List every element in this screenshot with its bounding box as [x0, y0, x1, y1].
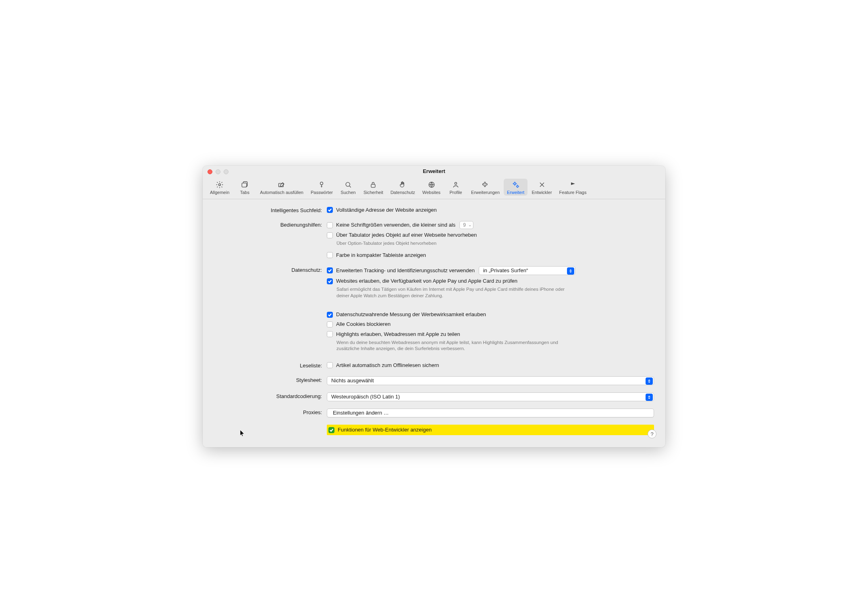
tab-flags[interactable]: Feature Flags: [556, 179, 590, 196]
zoom-icon[interactable]: [224, 169, 228, 174]
hint-tab-highlight: Über Option-Tabulator jedes Objekt hervo…: [327, 240, 577, 247]
check-icon: [327, 321, 333, 327]
checkbox-compact-color[interactable]: Farbe in kompakter Tableiste anzeigen: [327, 252, 654, 259]
help-label: ?: [650, 431, 653, 437]
tab-label: Automatisch ausfüllen: [260, 190, 303, 195]
check-icon: [327, 278, 333, 284]
hint-highlights: Wenn du deine besuchten Webadressen anon…: [327, 340, 577, 352]
content-area: Intelligentes Suchfeld: Vollständige Adr…: [203, 199, 665, 447]
svg-point-4: [346, 182, 350, 186]
font-size-value: 9: [463, 222, 466, 229]
checkbox-highlights[interactable]: Highlights erlauben, Webadressen mit App…: [327, 331, 654, 338]
checkbox-show-full-address[interactable]: Vollständige Adresse der Website anzeige…: [327, 206, 654, 214]
tab-label: Datenschutz: [390, 190, 415, 195]
tab-label: Sicherheit: [363, 190, 383, 195]
check-icon: [328, 427, 334, 433]
tools-icon: [538, 180, 546, 189]
checkbox-no-small-fonts[interactable]: Keine Schriftgrößen verwenden, die klein…: [327, 221, 455, 229]
window-title: Erweitert: [423, 168, 445, 174]
gears-icon: [511, 180, 520, 189]
chevron-down-icon: ⌄: [468, 222, 471, 228]
tab-passwords[interactable]: Passwörter: [307, 179, 336, 196]
checkbox-tab-highlight[interactable]: Über Tabulator jedes Objekt auf einer We…: [327, 231, 654, 239]
tab-label: Allgemein: [210, 190, 229, 195]
check-icon: [327, 331, 333, 337]
section-label-stylesheet: Stylesheet:: [214, 376, 327, 383]
tab-label: Erweiterungen: [471, 190, 500, 195]
tab-label: Tabs: [240, 190, 249, 195]
popup-value: Nichts ausgewählt: [331, 377, 374, 384]
tab-label: Erweitert: [507, 190, 524, 195]
person-icon: [451, 180, 460, 189]
checkbox-ad-measurement[interactable]: Datenschutzwahrende Messung der Werbewir…: [327, 311, 654, 318]
check-icon: [327, 222, 333, 228]
font-size-stepper[interactable]: 9 ⌄: [459, 221, 473, 229]
section-label-privacy: Datenschutz:: [214, 266, 327, 273]
dev-features-highlight: Funktionen für Web-Entwickler anzeigen: [327, 425, 654, 435]
change-proxy-button[interactable]: Einstellungen ändern …: [327, 409, 654, 417]
preferences-window: Erweitert Allgemein Tabs Automatisch aus…: [203, 166, 665, 447]
checkbox-save-offline[interactable]: Artikel automatisch zum Offlinelesen sic…: [327, 362, 654, 369]
close-icon[interactable]: [208, 169, 212, 174]
tab-privacy[interactable]: Datenschutz: [387, 179, 418, 196]
tabs-icon: [240, 180, 249, 189]
section-label-proxies: Proxies:: [214, 409, 327, 415]
stylesheet-popup[interactable]: Nichts ausgewählt: [327, 376, 654, 385]
popup-value: Westeuropäisch (ISO Latin 1): [331, 394, 400, 400]
toolbar: Allgemein Tabs Automatisch ausfüllen Pas…: [203, 177, 665, 199]
tab-extensions[interactable]: Erweiterungen: [468, 179, 503, 196]
encoding-popup[interactable]: Westeuropäisch (ISO Latin 1): [327, 392, 654, 401]
tab-label: Entwickler: [532, 190, 552, 195]
tab-search[interactable]: Suchen: [337, 179, 359, 196]
check-icon: [327, 252, 333, 258]
help-button[interactable]: ?: [648, 430, 656, 438]
checkbox-label: Artikel automatisch zum Offlinelesen sic…: [336, 362, 439, 369]
key-icon: [317, 180, 326, 189]
svg-point-8: [514, 183, 516, 185]
checkbox-label: Highlights erlauben, Webadressen mit App…: [336, 331, 460, 338]
svg-point-0: [219, 183, 221, 186]
tab-tabs[interactable]: Tabs: [233, 179, 256, 196]
globe-icon: [427, 180, 436, 189]
checkbox-block-cookies[interactable]: Alle Cookies blockieren: [327, 321, 654, 328]
tab-general[interactable]: Allgemein: [207, 179, 233, 196]
checkbox-label: Über Tabulator jedes Objekt auf einer We…: [336, 231, 477, 239]
tab-label: Suchen: [341, 190, 355, 195]
tracking-scope-popup[interactable]: in „Privates Surfen“: [479, 266, 575, 275]
checkbox-label: Vollständige Adresse der Website anzeige…: [336, 206, 437, 214]
popup-value: in „Privates Surfen“: [483, 267, 528, 274]
gear-icon: [215, 180, 224, 189]
tab-advanced[interactable]: Erweitert: [504, 179, 527, 196]
cursor-icon: [240, 430, 245, 438]
tab-profiles[interactable]: Profile: [444, 179, 467, 196]
updown-arrows-icon: [646, 394, 653, 401]
section-label-reading-list: Leseliste:: [214, 362, 327, 369]
svg-rect-5: [371, 184, 375, 188]
lock-icon: [369, 180, 378, 189]
section-label-accessibility: Bedienungshilfen:: [214, 221, 327, 228]
hint-apple-pay: Safari ermöglicht das Tätigen von Käufen…: [327, 286, 577, 299]
check-icon: [327, 362, 333, 368]
checkbox-label: Erweiterten Tracking- und Identifizierun…: [336, 267, 475, 274]
checkbox-label: Funktionen für Web-Entwickler anzeigen: [338, 426, 432, 434]
section-label-smart-search: Intelligentes Suchfeld:: [214, 206, 327, 213]
section-label-encoding: Standardcodierung:: [214, 392, 327, 399]
tab-label: Websites: [422, 190, 440, 195]
tab-security[interactable]: Sicherheit: [360, 179, 386, 196]
hand-icon: [398, 180, 407, 189]
checkbox-dev-features[interactable]: Funktionen für Web-Entwickler anzeigen: [328, 426, 432, 434]
svg-point-9: [517, 186, 518, 187]
section-label-dev: [214, 425, 327, 425]
tab-websites[interactable]: Websites: [419, 179, 444, 196]
tab-label: Passwörter: [311, 190, 333, 195]
tab-autofill[interactable]: Automatisch ausfüllen: [257, 179, 307, 196]
pencil-icon: [277, 180, 286, 189]
checkbox-advanced-tracking[interactable]: Erweiterten Tracking- und Identifizierun…: [327, 267, 475, 274]
checkbox-apple-pay[interactable]: Websites erlauben, die Verfügbarkeit von…: [327, 277, 654, 285]
tab-developer[interactable]: Entwickler: [528, 179, 555, 196]
tab-label: Profile: [450, 190, 462, 195]
svg-point-7: [455, 182, 457, 184]
button-label: Einstellungen ändern …: [333, 410, 389, 416]
minimize-icon[interactable]: [216, 169, 220, 174]
updown-arrows-icon: [646, 377, 653, 385]
